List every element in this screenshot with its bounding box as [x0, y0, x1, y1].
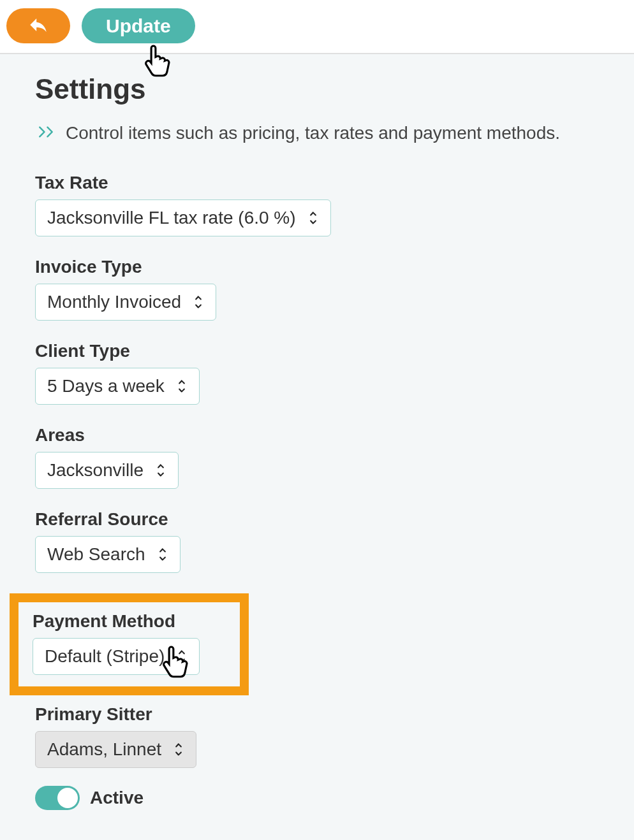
referral-source-value: Web Search [47, 544, 145, 565]
primary-sitter-select[interactable]: Adams, Linnet [35, 731, 196, 768]
field-primary-sitter: Primary Sitter Adams, Linnet [35, 704, 599, 768]
back-button[interactable] [6, 8, 70, 43]
client-type-select[interactable]: 5 Days a week [35, 368, 200, 405]
tax-rate-select[interactable]: Jacksonville FL tax rate (6.0 %) [35, 199, 331, 236]
sort-icon [176, 379, 188, 393]
field-referral-source: Referral Source Web Search [35, 509, 599, 573]
client-type-value: 5 Days a week [47, 376, 165, 396]
sort-icon [173, 742, 184, 757]
payment-method-select[interactable]: Default (Stripe) [33, 638, 200, 675]
update-button[interactable]: Update [82, 8, 195, 43]
field-areas: Areas Jacksonville [35, 425, 599, 489]
field-invoice-type: Invoice Type Monthly Invoiced [35, 257, 599, 321]
field-tax-rate: Tax Rate Jacksonville FL tax rate (6.0 %… [35, 173, 599, 236]
chevrons-right-icon [35, 124, 57, 143]
active-toggle-label: Active [90, 788, 144, 808]
primary-sitter-value: Adams, Linnet [47, 739, 161, 760]
primary-sitter-label: Primary Sitter [35, 704, 599, 725]
sort-icon [193, 295, 204, 309]
sort-icon [307, 211, 319, 225]
active-toggle[interactable] [35, 786, 80, 810]
field-payment-method: Payment Method Default (Stripe) [33, 611, 226, 675]
areas-value: Jacksonville [47, 460, 144, 481]
areas-label: Areas [35, 425, 599, 445]
sort-icon [176, 649, 188, 663]
payment-method-highlight: Payment Method Default (Stripe) [10, 593, 249, 695]
tax-rate-label: Tax Rate [35, 173, 599, 193]
payment-method-label: Payment Method [33, 611, 226, 632]
reply-arrow-icon [27, 14, 49, 38]
tax-rate-value: Jacksonville FL tax rate (6.0 %) [47, 208, 296, 228]
page-title: Settings [35, 73, 599, 105]
referral-source-select[interactable]: Web Search [35, 536, 181, 573]
areas-select[interactable]: Jacksonville [35, 452, 179, 489]
invoice-type-value: Monthly Invoiced [47, 292, 181, 312]
referral-source-label: Referral Source [35, 509, 599, 530]
client-type-label: Client Type [35, 341, 599, 361]
toolbar: Update [0, 0, 634, 54]
payment-method-value: Default (Stripe) [45, 646, 165, 667]
field-client-type: Client Type 5 Days a week [35, 341, 599, 405]
active-toggle-row: Active [35, 786, 599, 810]
invoice-type-select[interactable]: Monthly Invoiced [35, 284, 216, 321]
invoice-type-label: Invoice Type [35, 257, 599, 277]
toggle-knob [57, 788, 78, 808]
description-row: Control items such as pricing, tax rates… [35, 123, 599, 143]
settings-content: Settings Control items such as pricing, … [0, 54, 634, 829]
description-text: Control items such as pricing, tax rates… [66, 123, 560, 143]
sort-icon [157, 547, 168, 561]
sort-icon [155, 463, 166, 477]
